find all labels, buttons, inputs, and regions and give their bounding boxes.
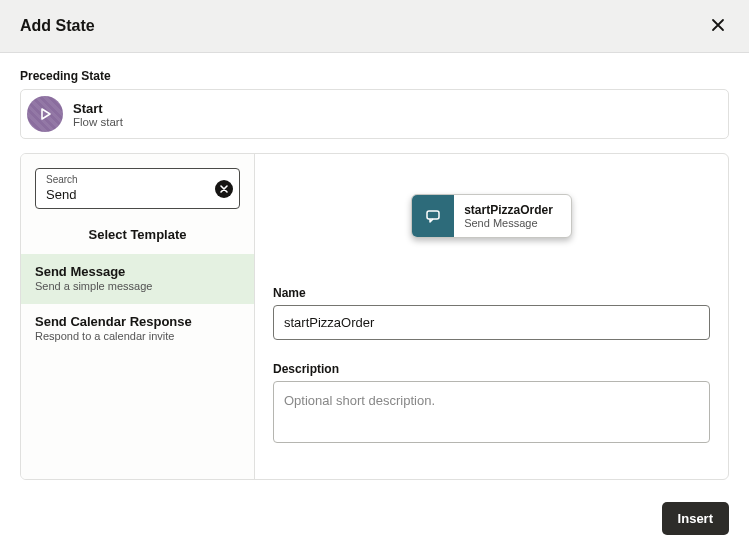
name-input[interactable] — [273, 305, 710, 340]
add-state-dialog: Add State Preceding State Start Flow sta… — [0, 0, 749, 553]
dialog-title: Add State — [20, 17, 95, 35]
preceding-state-card: Start Flow start — [20, 89, 729, 139]
preceding-state-name: Start — [73, 101, 123, 116]
dialog-footer: Insert — [0, 492, 749, 553]
preceding-state-text: Start Flow start — [73, 101, 123, 128]
svg-rect-1 — [427, 211, 439, 219]
search-input[interactable] — [46, 186, 209, 202]
play-icon — [27, 96, 63, 132]
name-label: Name — [273, 286, 710, 300]
template-list: Send Message Send a simple message Send … — [21, 254, 254, 479]
insert-button[interactable]: Insert — [662, 502, 729, 535]
clear-icon — [219, 184, 229, 194]
preceding-state-label: Preceding State — [20, 69, 729, 83]
preceding-state-subtitle: Flow start — [73, 116, 123, 128]
template-title: Send Message — [35, 264, 240, 279]
template-panel: Search Select Template Send Message Send… — [21, 154, 255, 479]
dialog-body: Preceding State Start Flow start Search — [0, 53, 749, 492]
search-box[interactable]: Search — [35, 168, 240, 209]
template-item-send-calendar-response[interactable]: Send Calendar Response Respond to a cale… — [21, 304, 254, 354]
template-title: Send Calendar Response — [35, 314, 240, 329]
state-preview-card: startPizzaOrder Send Message — [411, 194, 572, 238]
description-label: Description — [273, 362, 710, 376]
template-subtitle: Respond to a calendar invite — [35, 330, 240, 342]
main-card: Search Select Template Send Message Send… — [20, 153, 729, 480]
select-template-heading: Select Template — [21, 209, 254, 254]
message-icon — [412, 195, 454, 237]
search-label: Search — [46, 174, 209, 185]
preview-name: startPizzaOrder — [464, 203, 553, 217]
template-subtitle: Send a simple message — [35, 280, 240, 292]
close-button[interactable] — [707, 13, 729, 39]
dialog-header: Add State — [0, 0, 749, 53]
close-icon — [711, 16, 725, 36]
preview-wrap: startPizzaOrder Send Message — [273, 194, 710, 238]
form-panel: startPizzaOrder Send Message Name Descri… — [255, 154, 728, 479]
clear-search-button[interactable] — [215, 180, 233, 198]
preview-text: startPizzaOrder Send Message — [454, 195, 571, 237]
description-input[interactable] — [273, 381, 710, 443]
template-item-send-message[interactable]: Send Message Send a simple message — [21, 254, 254, 304]
preview-subtitle: Send Message — [464, 217, 553, 229]
svg-marker-0 — [42, 109, 50, 119]
